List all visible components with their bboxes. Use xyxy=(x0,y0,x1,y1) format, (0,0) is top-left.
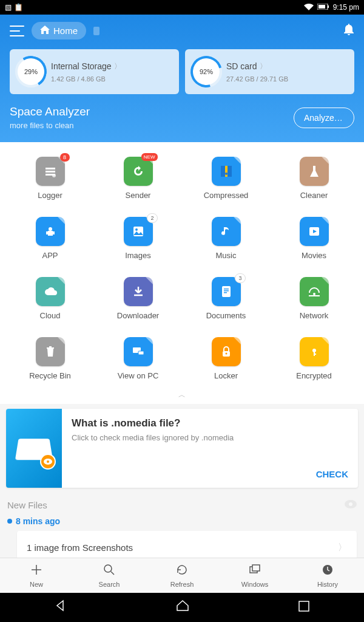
tool-app[interactable]: APP xyxy=(12,217,88,260)
time-label: 8 mins ago xyxy=(7,516,357,526)
file-row-text: 1 image from Screenshots xyxy=(27,542,133,553)
tool-recycle-bin[interactable]: Recycle Bin xyxy=(12,337,88,380)
svg-point-21 xyxy=(313,293,315,295)
bottom-history[interactable]: History xyxy=(291,558,364,593)
collapse-arrow-icon[interactable]: ︿ xyxy=(0,386,364,404)
svg-rect-40 xyxy=(299,601,309,611)
svg-point-6 xyxy=(52,174,56,177)
svg-rect-23 xyxy=(47,347,54,349)
tool-documents[interactable]: 3Documents xyxy=(188,277,264,320)
tool-music[interactable]: Music xyxy=(188,217,264,260)
tool-icon xyxy=(212,157,241,186)
wifi-icon xyxy=(304,3,314,12)
svg-rect-17 xyxy=(222,286,231,297)
info-description: Click to check media files ignored by .n… xyxy=(72,433,348,463)
recent-button[interactable] xyxy=(298,600,309,615)
home-button[interactable] xyxy=(176,600,189,615)
home-icon xyxy=(40,26,50,36)
visibility-icon[interactable] xyxy=(345,500,357,510)
svg-rect-1 xyxy=(318,5,325,9)
tool-icon: 2 xyxy=(124,217,153,246)
tool-cleaner[interactable]: Cleaner xyxy=(276,157,352,200)
time-dot-icon xyxy=(7,519,12,524)
tool-images[interactable]: 2Images xyxy=(100,217,176,260)
chevron-right-icon: 〉 xyxy=(338,542,347,553)
analyzer-subtitle: more files to clean xyxy=(10,121,90,130)
svg-rect-3 xyxy=(46,168,55,169)
svg-point-15 xyxy=(135,228,138,231)
tool-label: Compressed xyxy=(204,191,249,200)
windows-icon xyxy=(248,563,261,579)
tool-sender[interactable]: NEWSender xyxy=(100,157,176,200)
home-tab[interactable]: Home xyxy=(32,22,86,39)
back-button[interactable] xyxy=(55,600,67,615)
tool-icon xyxy=(300,277,329,306)
bottom-label: Search xyxy=(99,581,120,588)
svg-rect-24 xyxy=(49,346,52,347)
tool-icon: 3 xyxy=(212,277,241,306)
tool-downloader[interactable]: Downloader xyxy=(100,277,176,320)
check-button[interactable]: CHECK xyxy=(72,469,348,479)
storage-title: SD card xyxy=(226,61,257,71)
status-time: 9:15 pm xyxy=(333,3,359,12)
tool-icon: 8 xyxy=(36,157,65,186)
notification-bell-icon[interactable] xyxy=(343,23,354,38)
sd-card-card[interactable]: 92% SD card〉 27.42 GB / 29.71 GB xyxy=(185,49,354,94)
tool-label: Cleaner xyxy=(300,191,328,200)
tool-label: Movies xyxy=(302,251,326,260)
analyzer-title: Space Analyzer xyxy=(10,105,90,118)
tool-label: View on PC xyxy=(118,371,159,380)
bottom-windows[interactable]: Windows xyxy=(218,558,291,593)
nomedia-info-card[interactable]: What is .nomedia file? Click to check me… xyxy=(6,409,358,488)
tool-icon xyxy=(124,277,153,306)
storage-size: 27.42 GB / 29.71 GB xyxy=(226,75,347,83)
storage-title: Internal Storage xyxy=(51,61,112,71)
tool-encrypted[interactable]: Encrypted xyxy=(276,337,352,380)
search-icon xyxy=(103,563,116,579)
tool-label: Sender xyxy=(126,191,151,200)
bottom-refresh[interactable]: Refresh xyxy=(146,558,218,593)
tool-label: Recycle Bin xyxy=(29,371,71,380)
info-title: What is .nomedia file? xyxy=(72,417,348,429)
tool-network[interactable]: Network xyxy=(276,277,352,320)
bottom-search[interactable]: Search xyxy=(73,558,146,593)
tool-cloud[interactable]: Cloud xyxy=(12,277,88,320)
eye-badge-icon xyxy=(40,454,56,470)
bottom-label: History xyxy=(317,581,338,588)
tool-compressed[interactable]: Compressed xyxy=(188,157,264,200)
menu-button[interactable] xyxy=(10,26,24,36)
storage-size: 1.42 GB / 4.86 GB xyxy=(51,75,172,83)
chevron-right-icon: 〉 xyxy=(260,61,267,72)
bottom-label: Refresh xyxy=(170,581,194,588)
bottom-toolbar: NewSearchRefreshWindowsHistory xyxy=(0,558,364,593)
tool-label: APP xyxy=(42,251,58,260)
svg-point-33 xyxy=(47,460,49,463)
tool-label: Images xyxy=(125,251,151,260)
bottom-new[interactable]: New xyxy=(0,558,73,593)
analyze-button[interactable]: Analyze N… xyxy=(294,108,354,128)
tool-locker[interactable]: Locker xyxy=(188,337,264,380)
tool-movies[interactable]: Movies xyxy=(276,217,352,260)
tool-label: Cloud xyxy=(40,311,61,320)
badge: 2 xyxy=(147,213,157,223)
svg-rect-8 xyxy=(225,166,228,177)
svg-point-28 xyxy=(225,353,227,355)
svg-rect-18 xyxy=(224,289,229,290)
tool-icon xyxy=(300,217,329,246)
internal-storage-card[interactable]: 29% Internal Storage〉 1.42 GB / 4.86 GB xyxy=(10,49,179,94)
tab-indicator[interactable] xyxy=(93,27,99,35)
tool-icon xyxy=(212,337,241,366)
battery-icon xyxy=(317,3,329,12)
tool-icon xyxy=(300,157,329,186)
clipboard-icon: 📋 xyxy=(14,3,23,12)
tool-view-on-pc[interactable]: View on PC xyxy=(100,337,176,380)
tool-label: Encrypted xyxy=(296,371,332,380)
svg-point-35 xyxy=(349,502,352,506)
image-icon: ▧ xyxy=(5,3,12,12)
tool-logger[interactable]: 8Logger xyxy=(12,157,88,200)
android-nav-bar xyxy=(0,593,364,622)
storage-ring: 92% xyxy=(192,58,220,86)
svg-rect-12 xyxy=(46,231,48,234)
svg-rect-26 xyxy=(138,351,144,355)
bottom-label: New xyxy=(30,581,43,588)
